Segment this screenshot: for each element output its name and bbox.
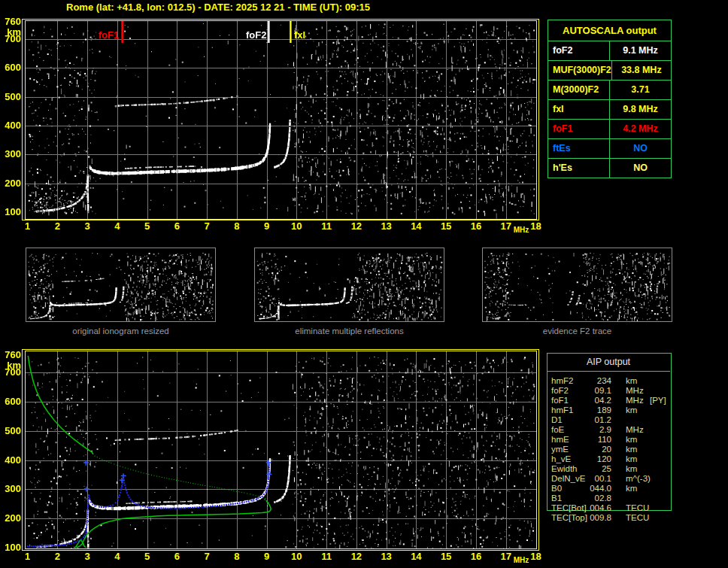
x-tick-label-8: 8: [228, 551, 246, 561]
autoscala-row-value: NO: [610, 159, 671, 178]
aip-table-title: AIP output: [547, 356, 670, 372]
aip-unit: km: [626, 464, 637, 474]
x-tick-label-4: 4: [108, 221, 126, 231]
aip-unit: MHz: [626, 386, 644, 396]
x-tick-label-13: 13: [378, 551, 396, 561]
aip-unit: km: [626, 405, 637, 415]
y-tick-label-600: 600: [0, 62, 21, 72]
autoscala-app-window: Rome (lat: +41.8, lon: 012.5) - DATE: 20…: [0, 0, 728, 568]
x-tick-label-3: 3: [78, 551, 96, 561]
x-tick-label-14: 14: [407, 551, 425, 561]
thumbnail-no-multiples-canvas: [255, 248, 444, 321]
x-tick-label-1: 1: [19, 551, 37, 561]
thumbnail-original-canvas: [26, 248, 215, 321]
autoscala-row-value: 3.71: [610, 80, 671, 99]
autoscala-row-h'Es: h'EsNO: [548, 158, 671, 178]
aip-row-B0: B0044.0km: [551, 484, 724, 494]
y-axis-unit-label: km: [0, 27, 21, 37]
aip-table-rows: hmF2234kmfoF209.1MHzfoF104.2MHz[PY]hmF11…: [551, 376, 724, 523]
aip-row-DelN_vE: DelN_vE00.1m^(-3): [551, 474, 724, 484]
x-tick-label-10: 10: [287, 221, 305, 231]
autoscala-row-label: foF2: [548, 41, 610, 60]
aip-row-hmF1: hmF1189km: [551, 405, 724, 415]
aip-row-TEC[Top]: TEC[Top]009.8TECU: [551, 513, 724, 523]
aip-val: 044.0: [574, 484, 611, 494]
page-title: Rome (lat: +41.8, lon: 012.5) - DATE: 20…: [66, 2, 370, 13]
autoscala-output-table: AUTOSCALA output foF29.1 MHzMUF(3000)F23…: [548, 20, 672, 178]
aip-row-Ewidth: Ewidth25km: [551, 464, 724, 474]
aip-lab: D1: [551, 415, 563, 425]
aip-val: 20: [574, 445, 611, 454]
x-tick-label-10: 10: [287, 551, 305, 561]
autoscala-row-M(3000)F2: M(3000)F23.71: [548, 80, 671, 99]
x-tick-label-4: 4: [108, 551, 126, 561]
marker-label-foF1: foF1: [99, 30, 119, 40]
x-axis-unit-label: MHz: [511, 555, 532, 565]
aip-lab: foE: [551, 425, 564, 435]
aip-val: 120: [574, 454, 611, 464]
aip-unit: km: [626, 454, 637, 464]
x-tick-label-16: 16: [467, 551, 485, 561]
aip-val: 189: [574, 405, 611, 415]
aip-lab: hmF1: [551, 405, 573, 415]
y-tick-label-200: 200: [0, 513, 21, 523]
autoscala-row-label: ftEs: [548, 139, 610, 158]
aip-unit: km: [626, 484, 637, 494]
y-tick-label-500: 500: [0, 426, 21, 436]
aip-lab: foF2: [551, 386, 569, 396]
aip-val: 004.6: [574, 503, 611, 513]
aip-unit: km: [626, 435, 637, 445]
aip-row-B1: B102.8: [551, 494, 724, 503]
aip-val: 01.2: [574, 415, 611, 425]
aip-unit: MHz: [626, 425, 644, 435]
x-tick-label-2: 2: [48, 551, 66, 561]
autoscala-row-value: 33.8 MHz: [612, 61, 671, 80]
x-tick-label-13: 13: [378, 221, 396, 231]
x-tick-label-7: 7: [198, 551, 216, 561]
x-tick-label-3: 3: [78, 221, 96, 231]
aip-lab: B1: [551, 494, 562, 503]
aip-unit: TECU: [626, 513, 649, 523]
aip-row-hmE: hmE110km: [551, 435, 724, 445]
aip-lab: h_vE: [551, 454, 571, 464]
aip-row-D1: D101.2: [551, 415, 724, 425]
autoscala-row-value: 9.8 MHz: [610, 100, 671, 119]
autoscala-row-value: NO: [610, 139, 671, 158]
aip-val: 25: [574, 464, 611, 474]
x-tick-label-16: 16: [467, 221, 485, 231]
x-tick-label-15: 15: [437, 221, 455, 231]
aip-lab: hmF2: [551, 376, 573, 386]
x-tick-label-6: 6: [168, 551, 186, 561]
aip-val: 00.1: [574, 474, 611, 484]
aip-val: 110: [574, 435, 611, 445]
aip-unit: km: [626, 376, 637, 386]
aip-row-ymE: ymE20km: [551, 445, 724, 454]
y-tick-label-100: 100: [0, 207, 21, 217]
autoscala-row-value: 4.2 MHz: [610, 120, 671, 138]
autoscala-row-label: MUF(3000)F2: [548, 61, 612, 80]
autoscala-row-label: h'Es: [548, 159, 610, 178]
thumbnail-f2-evidence-canvas: [483, 248, 672, 321]
x-tick-label-6: 6: [168, 221, 186, 231]
y-tick-label-400: 400: [0, 120, 21, 130]
aip-lab: ymE: [551, 445, 569, 454]
y-tick-label-300: 300: [0, 484, 21, 494]
x-tick-label-1: 1: [19, 221, 37, 231]
autoscala-row-foF2: foF29.1 MHz: [548, 41, 671, 60]
x-tick-label-15: 15: [437, 551, 455, 561]
autoscala-row-label: foF1: [548, 120, 610, 138]
aip-val: 2.9: [574, 425, 611, 435]
y-tick-label-400: 400: [0, 455, 21, 465]
x-axis-unit-label: MHz: [511, 225, 532, 235]
x-tick-label-7: 7: [198, 221, 216, 231]
x-tick-label-5: 5: [138, 221, 156, 231]
y-tick-label-300: 300: [0, 149, 21, 159]
aip-row-h_vE: h_vE120km: [551, 454, 724, 464]
y-tick-label-760: 760: [0, 350, 21, 360]
x-tick-label-8: 8: [228, 221, 246, 231]
autoscala-row-fxI: fxI9.8 MHz: [548, 99, 671, 119]
bottom-ionogram-canvas: [25, 351, 537, 549]
aip-val: 04.2: [574, 396, 611, 405]
x-tick-label-11: 11: [317, 221, 335, 231]
autoscala-table-title: AUTOSCALA output: [548, 20, 671, 41]
